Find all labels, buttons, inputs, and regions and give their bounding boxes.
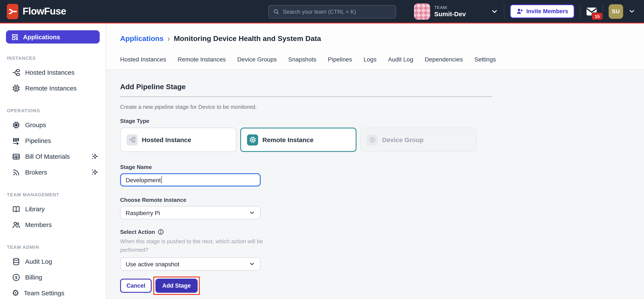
notifications-button[interactable]: 15	[586, 7, 597, 16]
invite-members-label: Invite Members	[526, 8, 568, 15]
sidebar-item-groups[interactable]: Groups	[0, 117, 106, 133]
sidebar-section-team-admin: TEAM ADMIN	[7, 244, 99, 250]
tab-bar: Hosted Instances Remote Instances Device…	[120, 56, 644, 63]
sidebar-item-label: Groups	[25, 121, 46, 128]
tab-logs[interactable]: Logs	[364, 56, 376, 63]
chevron-down-icon	[490, 8, 498, 15]
text-caret	[161, 176, 162, 184]
sidebar-item-bill-of-materials[interactable]: Bill Of Materials	[0, 148, 106, 164]
team-avatar	[414, 3, 430, 20]
broker-rss-icon	[12, 168, 20, 177]
add-pipeline-stage-form: Add Pipeline Stage Create a new pipeline…	[106, 70, 644, 299]
team-label: TEAM:	[434, 5, 466, 10]
form-title: Add Pipeline Stage	[120, 83, 644, 91]
search-input[interactable]: Search your team (CTRL + K)	[268, 5, 396, 18]
divider	[120, 96, 492, 97]
sidebar-item-team-settings[interactable]: ⚙ Team Settings	[0, 285, 106, 299]
device-group-icon	[12, 120, 20, 129]
sparkles-icon	[91, 152, 99, 161]
tab-settings[interactable]: Settings	[474, 56, 496, 63]
users-icon	[12, 220, 20, 229]
chevron-down-icon[interactable]	[628, 8, 636, 15]
remote-instance-icon	[247, 134, 258, 145]
navbar-right-cluster: TEAM: Sumit-Dev Invite Members 15 SU	[414, 3, 637, 20]
stage-name-input[interactable]: Development	[120, 173, 261, 187]
stage-type-label-text: Remote Instance	[262, 136, 314, 143]
sidebar-item-label: Audit Log	[25, 258, 52, 265]
breadcrumb-applications-link[interactable]: Applications	[120, 35, 164, 43]
action-value: Use active snapshot	[126, 260, 179, 267]
sidebar-item-label: Brokers	[25, 169, 47, 176]
action-select[interactable]: Use active snapshot	[120, 257, 261, 270]
tab-device-groups[interactable]: Device Groups	[237, 56, 277, 63]
tab-remote-instances[interactable]: Remote Instances	[178, 56, 226, 63]
navbar-divider	[603, 4, 603, 19]
sidebar-item-label: Team Settings	[24, 289, 64, 296]
breadcrumb: Applications › Monitoring Device Health …	[120, 35, 644, 43]
select-action-label: Select Action	[120, 229, 644, 235]
sidebar: Applications INSTANCES Hosted Instances …	[0, 24, 106, 299]
form-actions: Cancel Add Stage	[120, 276, 644, 295]
applications-icon	[11, 33, 19, 41]
team-selector[interactable]: TEAM: Sumit-Dev	[414, 3, 498, 20]
select-action-helper: When this stage is pushed to the next, w…	[120, 237, 272, 254]
page-header: Applications › Monitoring Device Health …	[106, 24, 644, 70]
search-icon	[273, 9, 280, 15]
tab-audit-log[interactable]: Audit Log	[388, 56, 413, 63]
search-placeholder: Search your team (CTRL + K)	[283, 9, 356, 15]
sidebar-item-hosted-instances[interactable]: Hosted Instances	[0, 64, 106, 80]
invite-members-button[interactable]: Invite Members	[510, 4, 574, 18]
sidebar-item-brokers[interactable]: Brokers	[0, 164, 106, 180]
sidebar-item-label: Members	[25, 221, 52, 228]
hosted-instances-icon	[12, 68, 20, 77]
user-avatar[interactable]: SU	[609, 4, 623, 19]
stage-type-options: Hosted Instance Remote Instance Device G…	[120, 128, 644, 152]
navbar-divider	[504, 4, 504, 19]
notification-count-badge: 15	[592, 12, 603, 20]
flowfuse-logo[interactable]: FlowFuse	[7, 4, 66, 19]
tab-dependencies[interactable]: Dependencies	[425, 56, 463, 63]
form-description: Create a new pipeline stage for Device t…	[120, 104, 644, 110]
chevron-down-icon	[249, 261, 255, 267]
annotation-highlight-box: Add Stage	[153, 276, 200, 295]
cancel-button[interactable]: Cancel	[120, 279, 152, 293]
remote-instance-select[interactable]: Raspberry Pi	[120, 206, 261, 219]
table-icon	[12, 152, 20, 161]
sidebar-item-label: Library	[25, 205, 45, 213]
flowfuse-logo-icon	[7, 4, 18, 19]
top-navbar: FlowFuse Search your team (CTRL + K) TEA…	[0, 0, 644, 24]
sidebar-item-remote-instances[interactable]: Remote Instances	[0, 80, 106, 96]
sidebar-item-pipelines[interactable]: Pipelines	[0, 133, 106, 148]
book-icon	[12, 205, 20, 213]
team-name: Sumit-Dev	[434, 10, 466, 18]
tab-snapshots[interactable]: Snapshots	[288, 56, 316, 63]
sidebar-item-library[interactable]: Library	[0, 201, 106, 217]
sidebar-item-label: Billing	[25, 273, 42, 281]
add-stage-button[interactable]: Add Stage	[156, 279, 198, 293]
sidebar-item-applications[interactable]: Applications	[6, 30, 100, 44]
choose-remote-instance-label: Choose Remote Instance	[120, 197, 644, 203]
stage-type-label-text: Device Group	[382, 136, 424, 143]
select-action-label-text: Select Action	[120, 229, 155, 235]
chevron-down-icon	[249, 210, 255, 216]
tab-pipelines[interactable]: Pipelines	[328, 56, 352, 63]
sparkles-icon	[91, 168, 99, 176]
tab-hosted-instances[interactable]: Hosted Instances	[120, 56, 166, 63]
stage-type-label-text: Hosted Instance	[142, 136, 191, 143]
sidebar-item-billing[interactable]: $ Billing	[0, 269, 106, 285]
stage-name-value: Development	[126, 177, 161, 183]
sidebar-item-members[interactable]: Members	[0, 217, 106, 233]
sidebar-item-audit-log[interactable]: Audit Log	[0, 253, 106, 269]
sidebar-section-team-management: TEAM MANAGEMENT	[7, 192, 99, 197]
svg-text:$: $	[15, 275, 17, 279]
stage-type-hosted-instance[interactable]: Hosted Instance	[120, 128, 236, 152]
navbar-divider	[580, 4, 580, 19]
info-icon[interactable]	[158, 229, 164, 235]
stage-name-label: Stage Name	[120, 164, 644, 170]
page-title: Monitoring Device Health and System Data	[174, 35, 321, 43]
gear-icon: ⚙	[12, 289, 19, 297]
logo-wordmark: FlowFuse	[22, 6, 66, 17]
stage-type-device-group: Device Group	[360, 128, 476, 152]
sidebar-item-label: Remote Instances	[25, 84, 77, 92]
stage-type-remote-instance[interactable]: Remote Instance	[240, 128, 356, 152]
